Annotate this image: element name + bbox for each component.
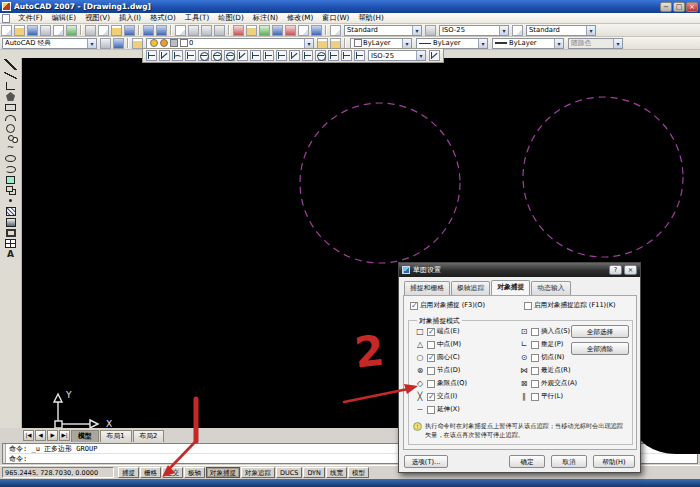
layer-properties-icon[interactable] xyxy=(132,38,143,49)
polygon-icon[interactable] xyxy=(6,92,15,101)
select-all-button[interactable]: 全部选择 xyxy=(571,325,629,338)
dialog-close-icon[interactable]: × xyxy=(624,265,637,275)
osnap-mode-apparent-intersection[interactable]: ⊠ 外观交点(A) xyxy=(519,379,577,388)
linear-dimension-icon[interactable] xyxy=(146,50,157,61)
tab-nav-prev[interactable]: ◀ xyxy=(35,430,46,441)
osnap-mode-extension[interactable]: ┄ 延伸(X) xyxy=(415,405,460,414)
dim-style-icon[interactable] xyxy=(425,25,436,36)
tab-snap-and-grid[interactable]: 捕捉和栅格 xyxy=(404,281,450,295)
perpendicular-checkbox[interactable] xyxy=(531,341,539,349)
menu-help[interactable]: 帮助(H) xyxy=(354,13,388,23)
options-button[interactable]: 选项(T)... xyxy=(404,455,448,468)
osnap-mode-perpendicular[interactable]: ∟ 垂足(P) xyxy=(519,340,563,349)
menu-tools[interactable]: 工具(T) xyxy=(180,13,213,23)
make-block-icon[interactable] xyxy=(6,186,13,192)
region-icon[interactable] xyxy=(6,229,16,237)
model-space-button[interactable]: 模型 xyxy=(348,467,369,478)
chevron-down-icon[interactable]: ▾ xyxy=(87,39,96,48)
osnap-mode-nearest[interactable]: ⋈ 最近点(R) xyxy=(519,366,571,375)
markup-icon[interactable] xyxy=(285,25,296,36)
zoom-previous-icon[interactable] xyxy=(214,25,225,36)
tab-polar-tracking[interactable]: 极轴追踪 xyxy=(451,281,490,295)
menu-edit[interactable]: 编辑(E) xyxy=(47,13,81,23)
arc-icon[interactable] xyxy=(5,115,16,121)
design-center-icon[interactable] xyxy=(246,25,257,36)
otrack-toggle[interactable]: 对象追踪 xyxy=(241,467,275,478)
table-style-icon[interactable] xyxy=(512,25,523,36)
open-icon[interactable] xyxy=(14,25,25,36)
dialog-help-button[interactable]: 帮助(H) xyxy=(593,455,635,468)
arc-length-icon[interactable] xyxy=(172,50,183,61)
layer-freeze-icon[interactable] xyxy=(160,39,168,47)
chevron-down-icon[interactable]: ▾ xyxy=(478,39,487,48)
enable-otrack-checkbox[interactable] xyxy=(524,302,532,310)
layer-previous-icon[interactable] xyxy=(330,38,341,49)
sheet-set-manager-icon[interactable] xyxy=(272,25,283,36)
multiline-text-icon[interactable]: A xyxy=(4,249,17,260)
text-style-select[interactable]: Standard▾ xyxy=(344,25,422,36)
tab-object-snap[interactable]: 对象捕捉 xyxy=(491,280,530,295)
match-properties-icon[interactable] xyxy=(124,25,135,36)
dim-style-select[interactable]: ISO-25▾ xyxy=(439,25,509,36)
workspace-select[interactable]: AutoCAD 经典▾ xyxy=(2,38,97,49)
table-style-select[interactable]: Standard▾ xyxy=(526,25,596,36)
hatch-icon[interactable] xyxy=(6,207,16,216)
redo-icon[interactable] xyxy=(156,25,167,36)
quick-dimension-icon[interactable] xyxy=(250,50,261,61)
copy-icon[interactable] xyxy=(98,25,109,36)
intersection-checkbox[interactable] xyxy=(427,393,435,401)
cancel-button[interactable]: 取消 xyxy=(551,455,587,468)
tangent-checkbox[interactable] xyxy=(531,354,539,362)
dimension-update-icon[interactable] xyxy=(354,50,365,61)
color-select[interactable]: ByLayer ▾ xyxy=(350,38,412,49)
osnap-mode-insertion[interactable]: ⊡ 插入点(S) xyxy=(519,327,570,336)
tab-nav-first[interactable]: |◀ xyxy=(23,430,34,441)
point-icon[interactable] xyxy=(4,195,17,206)
ellipse-icon[interactable] xyxy=(5,155,16,162)
osnap-mode-endpoint[interactable]: □ 端点(E) xyxy=(415,327,460,336)
line-icon[interactable] xyxy=(4,59,17,70)
osnap-mode-node[interactable]: ⊗ 节点(D) xyxy=(415,366,460,375)
menu-insert[interactable]: 插入(I) xyxy=(115,13,146,23)
center-checkbox[interactable] xyxy=(427,354,435,362)
plot-icon[interactable] xyxy=(40,25,51,36)
ellipse-arc-icon[interactable] xyxy=(5,166,16,173)
revision-cloud-icon[interactable] xyxy=(8,135,14,141)
menu-draw[interactable]: 绘图(D) xyxy=(214,13,249,23)
grid-toggle[interactable]: 栅格 xyxy=(140,467,161,478)
workspace-save-icon[interactable] xyxy=(113,38,124,49)
ok-button[interactable]: 确定 xyxy=(509,455,545,468)
tab-nav-last[interactable]: ▶| xyxy=(59,430,70,441)
nearest-checkbox[interactable] xyxy=(531,367,539,375)
lineweight-toggle[interactable]: 线宽 xyxy=(326,467,347,478)
dim-style-select-floating[interactable]: ISO-25▾ xyxy=(368,50,426,61)
pan-icon[interactable] xyxy=(175,25,186,36)
enable-osnap-row[interactable]: 启用对象捕捉 (F3)(O) xyxy=(410,301,485,310)
menu-dimension[interactable]: 标注(N) xyxy=(248,13,282,23)
dimension-edit-icon[interactable] xyxy=(328,50,339,61)
layer-on-icon[interactable] xyxy=(150,39,158,47)
chevron-down-icon[interactable]: ▾ xyxy=(402,39,411,48)
radius-icon[interactable] xyxy=(198,50,209,61)
osnap-toggle[interactable]: 对象捕捉 xyxy=(206,467,240,478)
quick-calc-icon[interactable] xyxy=(298,25,309,36)
polar-toggle[interactable]: 极轴 xyxy=(184,467,205,478)
diameter-icon[interactable] xyxy=(224,50,235,61)
jogged-icon[interactable] xyxy=(211,50,222,61)
osnap-mode-center[interactable]: ○ 圆心(C) xyxy=(415,353,460,362)
dimension-text-edit-icon[interactable] xyxy=(341,50,352,61)
lineweight-select[interactable]: ByLayer ▾ xyxy=(492,38,564,49)
osnap-mode-intersection[interactable]: ╳ 交点(I) xyxy=(415,392,457,401)
undo-icon[interactable] xyxy=(143,25,154,36)
text-style-icon[interactable] xyxy=(330,25,341,36)
maximize-button[interactable]: □ xyxy=(673,2,685,12)
angular-icon[interactable] xyxy=(237,50,248,61)
gradient-icon[interactable] xyxy=(6,218,16,227)
construction-line-icon[interactable] xyxy=(4,70,17,81)
osnap-mode-quadrant[interactable]: ◇ 象限点(Q) xyxy=(415,379,467,388)
menu-modify[interactable]: 修改(M) xyxy=(283,13,318,23)
continue-icon[interactable] xyxy=(276,50,287,61)
chevron-down-icon[interactable]: ▾ xyxy=(416,51,425,60)
center-mark-icon[interactable] xyxy=(315,50,326,61)
tool-palettes-icon[interactable] xyxy=(259,25,270,36)
